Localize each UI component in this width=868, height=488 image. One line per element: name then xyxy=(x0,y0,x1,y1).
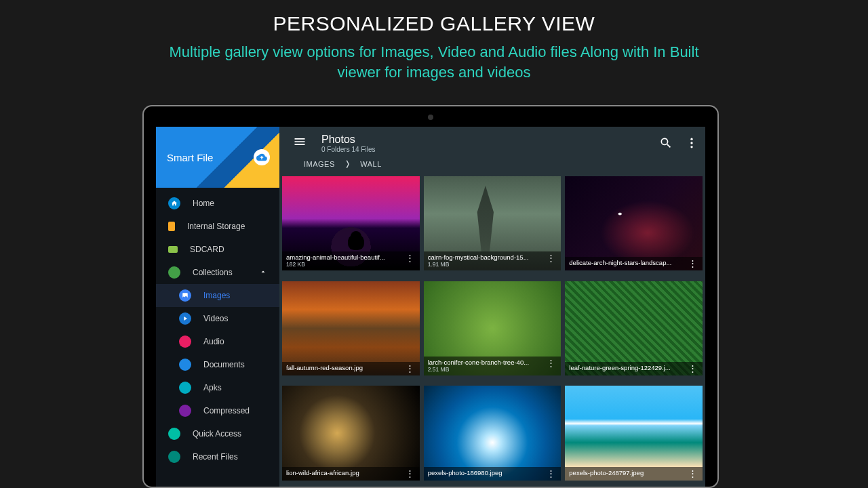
nav-label: Compressed xyxy=(203,406,250,415)
thumbnail-tile[interactable]: amazing-animal-beautiful-beautif...182 K… xyxy=(282,176,420,270)
file-name: leaf-nature-green-spring-122429.j... xyxy=(569,364,687,371)
file-name: lion-wild-africa-african.jpg xyxy=(286,469,404,476)
sdcard-icon xyxy=(168,246,178,253)
breadcrumb-item[interactable]: WALL xyxy=(360,160,382,168)
item-more-icon[interactable]: ⋮ xyxy=(545,253,557,262)
sidebar-item-videos[interactable]: Videos xyxy=(156,307,279,330)
promo-title: PERSONALIZED GALLERY VIEW xyxy=(0,12,868,35)
thumbnail-meta: cairn-fog-mystical-background-15...1.91 … xyxy=(424,251,561,270)
thumbnail-grid: amazing-animal-beautiful-beautif...182 K… xyxy=(279,176,705,487)
search-icon[interactable] xyxy=(659,136,673,150)
item-more-icon[interactable]: ⋮ xyxy=(545,359,557,367)
home-icon xyxy=(168,197,180,209)
thumbnail-tile[interactable]: pexels-photo-248797.jpeg⋮ xyxy=(565,386,703,480)
breadcrumb-item[interactable]: IMAGES xyxy=(304,160,335,168)
svg-point-0 xyxy=(690,138,692,140)
file-name: delicate-arch-night-stars-landscap... xyxy=(569,259,687,266)
file-name: larch-conifer-cone-branch-tree-40... xyxy=(428,359,546,366)
storage-icon xyxy=(168,222,175,231)
sidebar-item-quick[interactable]: Quick Access xyxy=(156,422,279,445)
nav-label: Audio xyxy=(203,337,224,346)
thumbnail-meta: larch-conifer-cone-branch-tree-40...2.51… xyxy=(424,357,561,375)
compressed-icon xyxy=(179,405,191,417)
file-name: pexels-photo-186980.jpeg xyxy=(428,469,546,476)
sidebar-item-documents[interactable]: Documents xyxy=(156,353,279,376)
svg-point-2 xyxy=(690,146,692,148)
chevron-right-icon: ❭ xyxy=(344,159,351,168)
sidebar-item-apks[interactable]: Apks xyxy=(156,376,279,399)
thumbnail-meta: pexels-photo-186980.jpeg⋮ xyxy=(424,467,561,481)
thumbnail-meta: fall-autumn-red-season.jpg⋮ xyxy=(282,362,420,375)
device-frame: Smart File Home Internal Storage SDCARD xyxy=(142,105,719,488)
nav-label: Internal Storage xyxy=(187,222,245,231)
brand-header: Smart File xyxy=(156,127,279,188)
images-icon xyxy=(179,289,191,302)
camera-dot xyxy=(428,115,433,120)
sidebar-item-recent[interactable]: Recent Files xyxy=(156,445,279,468)
thumbnail-tile[interactable]: delicate-arch-night-stars-landscap...⋮ xyxy=(565,176,703,270)
apks-icon xyxy=(179,382,191,394)
item-more-icon[interactable]: ⋮ xyxy=(545,469,557,478)
sidebar-item-audio[interactable]: Audio xyxy=(156,330,279,353)
nav-label: Collections xyxy=(193,268,233,277)
nav-label: Videos xyxy=(203,314,228,323)
brand-name: Smart File xyxy=(167,152,213,163)
sidebar-item-home[interactable]: Home xyxy=(156,192,279,215)
nav-label: Recent Files xyxy=(193,452,238,462)
audio-icon xyxy=(179,336,191,348)
item-more-icon[interactable]: ⋮ xyxy=(687,469,698,478)
thumbnail-tile[interactable]: fall-autumn-red-season.jpg⋮ xyxy=(282,281,420,375)
nav-label: Quick Access xyxy=(193,429,241,439)
documents-icon xyxy=(179,359,191,371)
item-more-icon[interactable]: ⋮ xyxy=(404,469,416,478)
nav-label: SDCARD xyxy=(190,245,224,254)
nav-label: Home xyxy=(193,199,214,208)
thumbnail-meta: lion-wild-africa-african.jpg⋮ xyxy=(282,467,420,481)
thumbnail-tile[interactable]: lion-wild-africa-african.jpg⋮ xyxy=(282,386,420,480)
more-icon[interactable] xyxy=(685,136,698,150)
menu-icon[interactable] xyxy=(293,135,307,151)
sidebar-item-sdcard[interactable]: SDCARD xyxy=(156,238,279,261)
thumbnail-tile[interactable]: pexels-photo-186980.jpeg⋮ xyxy=(424,386,561,480)
thumbnail-meta: delicate-arch-night-stars-landscap...⋮ xyxy=(565,257,703,270)
item-more-icon[interactable]: ⋮ xyxy=(404,364,416,373)
main-panel: Photos 0 Folders 14 Files IMAGES ❭ WALL … xyxy=(279,127,705,487)
page-title: Photos xyxy=(321,134,647,146)
file-size: 182 KB xyxy=(286,261,404,268)
sidebar-item-collections[interactable]: Collections xyxy=(156,261,279,284)
thumbnail-tile[interactable]: larch-conifer-cone-branch-tree-40...2.51… xyxy=(424,281,561,375)
file-name: cairn-fog-mystical-background-15... xyxy=(428,253,546,261)
sidebar-item-images[interactable]: Images xyxy=(156,284,279,307)
item-more-icon[interactable]: ⋮ xyxy=(687,364,698,373)
cloud-upload-icon[interactable] xyxy=(254,149,270,165)
breadcrumb: IMAGES ❭ WALL xyxy=(279,159,705,176)
nav-label: Apks xyxy=(203,383,222,392)
chevron-up-icon xyxy=(259,268,267,278)
thumbnail-meta: amazing-animal-beautiful-beautif...182 K… xyxy=(282,251,420,270)
nav-label: Images xyxy=(203,291,230,300)
item-more-icon[interactable]: ⋮ xyxy=(404,253,416,262)
toolbar: Photos 0 Folders 14 Files xyxy=(279,127,705,159)
page-subtitle: 0 Folders 14 Files xyxy=(321,146,647,153)
file-name: fall-autumn-red-season.jpg xyxy=(286,364,404,371)
promo-subtitle: Multiple gallery view options for Images… xyxy=(149,42,719,82)
videos-icon xyxy=(179,312,191,325)
file-name: pexels-photo-248797.jpeg xyxy=(569,469,687,476)
file-size: 2.51 MB xyxy=(428,366,546,373)
item-more-icon[interactable]: ⋮ xyxy=(687,259,698,268)
star-icon xyxy=(168,428,180,440)
thumbnail-meta: pexels-photo-248797.jpeg⋮ xyxy=(565,467,703,481)
sidebar-item-compressed[interactable]: Compressed xyxy=(156,399,279,422)
nav-label: Documents xyxy=(203,360,245,369)
clock-icon xyxy=(168,451,180,463)
file-name: amazing-animal-beautiful-beautif... xyxy=(286,253,404,261)
collections-icon xyxy=(168,266,180,279)
file-size: 1.91 MB xyxy=(428,261,546,268)
thumbnail-tile[interactable]: leaf-nature-green-spring-122429.j...⋮ xyxy=(565,281,703,375)
svg-point-1 xyxy=(690,142,692,144)
sidebar-item-internal[interactable]: Internal Storage xyxy=(156,215,279,238)
thumbnail-meta: leaf-nature-green-spring-122429.j...⋮ xyxy=(565,362,703,375)
sidebar: Smart File Home Internal Storage SDCARD xyxy=(156,127,279,487)
thumbnail-tile[interactable]: cairn-fog-mystical-background-15...1.91 … xyxy=(424,176,561,270)
